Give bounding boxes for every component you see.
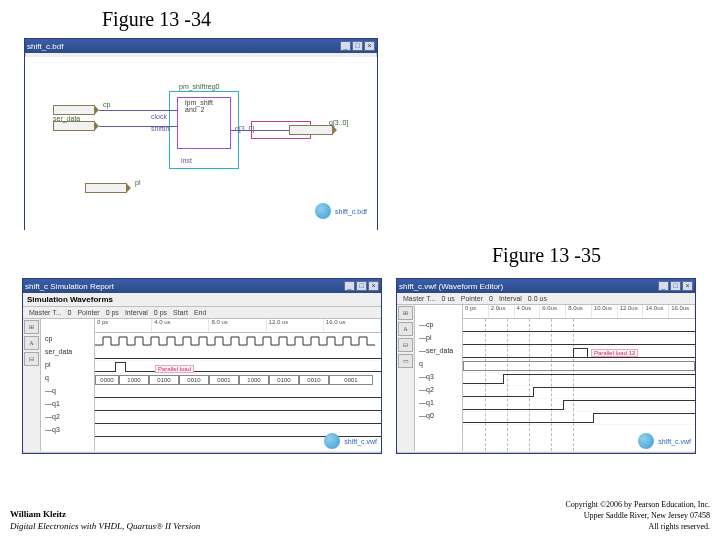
sim-waveform-area[interactable]: 0 ps 2.0us 4.0us 6.0us 8.0us 10.0us 12.0… <box>463 305 695 451</box>
bus-seg: 0010 <box>179 375 209 385</box>
toolbar-item: 0 ps <box>106 309 119 316</box>
signal-name: —ser_data <box>415 347 462 360</box>
tool-button[interactable]: ⊞ <box>24 320 39 334</box>
chip-icon <box>324 433 340 449</box>
time-tick: 8.0us <box>566 305 592 318</box>
minimize-button[interactable]: _ <box>340 41 351 51</box>
time-tick: 0 ps <box>95 319 152 332</box>
time-tick: 6.0us <box>540 305 566 318</box>
copyright-line: Copyright ©2006 by Pearson Education, In… <box>566 499 711 510</box>
wave-row <box>463 386 695 399</box>
maximize-button[interactable]: □ <box>356 281 367 291</box>
pl-port[interactable] <box>85 183 127 193</box>
signal-name[interactable]: q <box>415 360 462 373</box>
toolbar-item: 0.0 us <box>528 295 547 302</box>
toolbar-item[interactable]: Master T... <box>29 309 62 316</box>
maximize-button[interactable]: □ <box>670 281 681 291</box>
signal-name: ser_data <box>41 348 94 361</box>
bus-seg: 0100 <box>269 375 299 385</box>
time-tick: 2.0us <box>489 305 515 318</box>
window-titlebar: shift_c.bdf _ □ × <box>25 39 377 53</box>
schematic-footer-label: shift_c.bdf <box>335 208 367 215</box>
wave-row <box>95 413 381 426</box>
toolbar-item[interactable]: Interval <box>125 309 148 316</box>
window-buttons: _ □ × <box>658 281 693 291</box>
tool-button[interactable]: A <box>398 322 413 336</box>
close-button[interactable]: × <box>368 281 379 291</box>
wave-row <box>463 360 695 373</box>
clock-label: clock <box>151 113 167 120</box>
signal-name: —q3 <box>41 426 94 439</box>
wire <box>231 130 289 131</box>
waveform-editor-window: shift_c.vwf (Waveform Editor) _ □ × Mast… <box>396 278 696 454</box>
q-port[interactable] <box>289 125 333 135</box>
maximize-button[interactable]: □ <box>352 41 363 51</box>
wave-row <box>463 412 695 425</box>
clock-waveform <box>95 335 375 347</box>
sim-footer-label: shift_c.vwf <box>658 438 691 445</box>
schematic-client: pm_shiftreg0 lpm_shiftand 2 clock shifti… <box>25 57 377 235</box>
minimize-button[interactable]: _ <box>344 281 355 291</box>
signal-name: —q1 <box>41 400 94 413</box>
wave-row <box>95 387 381 400</box>
tool-button[interactable]: A <box>24 336 39 350</box>
callout-parallel-load: Parallel load <box>155 365 194 373</box>
close-button[interactable]: × <box>364 41 375 51</box>
bus-seg: 1000 <box>239 375 269 385</box>
toolbar-item: 0 <box>68 309 72 316</box>
bus-seg: 0001 <box>329 375 373 385</box>
sim-footer: shift_c.vwf <box>638 433 691 449</box>
signal-name: —q1 <box>415 399 462 412</box>
toolbar-item[interactable]: Interval <box>499 295 522 302</box>
signal-name: —q2 <box>41 413 94 426</box>
time-tick: 8.0 us <box>209 319 266 332</box>
wave-row <box>95 348 381 361</box>
signal-name: cp <box>41 335 94 348</box>
toolbar-item[interactable]: Master T... <box>403 295 436 302</box>
address-line: Upper Saddle River, New Jersey 07458 <box>566 510 711 521</box>
minimize-button[interactable]: _ <box>658 281 669 291</box>
sim-grid: ⊞ A ⊟ cp ser_data pl q —q —q1 —q2 —q3 0 … <box>23 319 381 451</box>
wave-row <box>463 347 695 360</box>
tool-button[interactable]: ▭ <box>398 354 413 368</box>
time-tick: 4.0 us <box>152 319 209 332</box>
window-buttons: _ □ × <box>344 281 379 291</box>
close-button[interactable]: × <box>682 281 693 291</box>
sim-signal-names: cp ser_data pl q —q —q1 —q2 —q3 <box>41 319 95 451</box>
tool-button[interactable]: ⊟ <box>24 352 39 366</box>
signal-name: —q0 <box>415 412 462 425</box>
cp-label: cp <box>103 101 110 108</box>
toolbar-item[interactable]: Pointer <box>461 295 483 302</box>
sim-report-window: shift_c Simulation Report _ □ × Simulati… <box>22 278 382 454</box>
tool-button[interactable]: ⊞ <box>398 306 413 320</box>
sim-waveform-area[interactable]: 0 ps 4.0 us 8.0 us 12.0 us 16.0 us <box>95 319 381 451</box>
schematic-footer: shift_c.bdf <box>315 203 367 219</box>
signal-name[interactable]: q <box>41 374 94 387</box>
serdata-port[interactable] <box>53 121 95 131</box>
time-tick: 16.0 us <box>324 319 381 332</box>
tool-button[interactable]: ⊟ <box>398 338 413 352</box>
time-tick: 16.0us <box>669 305 695 318</box>
toolbar-item[interactable]: Pointer <box>77 309 99 316</box>
sim-footer: shift_c.vwf <box>324 433 377 449</box>
cp-port[interactable] <box>53 105 95 115</box>
wave-row <box>95 400 381 413</box>
callout-parallel-load: Parallel load 12 <box>591 349 638 357</box>
signal-name: —q <box>41 387 94 400</box>
sim-toolbar: Master T... 0 us Pointer 0 Interval 0.0 … <box>397 293 695 305</box>
block-name: lpm_shiftand 2 <box>185 99 213 113</box>
bus-seg: 0001 <box>209 375 239 385</box>
toolbar-item: 0 <box>489 295 493 302</box>
window-title-text: shift_c Simulation Report <box>25 282 114 291</box>
window-titlebar: shift_c.vwf (Waveform Editor) _ □ × <box>397 279 695 293</box>
bus-seg: 0100 <box>149 375 179 385</box>
toolbar-item[interactable]: End <box>194 309 206 316</box>
wave-row <box>463 334 695 347</box>
window-title-text: shift_c.vwf (Waveform Editor) <box>399 282 503 291</box>
toolbar-item[interactable]: Start <box>173 309 188 316</box>
time-tick: 4.0us <box>515 305 541 318</box>
schematic-canvas[interactable]: pm_shiftreg0 lpm_shiftand 2 clock shifti… <box>29 57 373 225</box>
credits-right: Copyright ©2006 by Pearson Education, In… <box>566 499 711 532</box>
sim-subtitle: Simulation Waveforms <box>23 293 381 307</box>
signal-name: —pl <box>415 334 462 347</box>
